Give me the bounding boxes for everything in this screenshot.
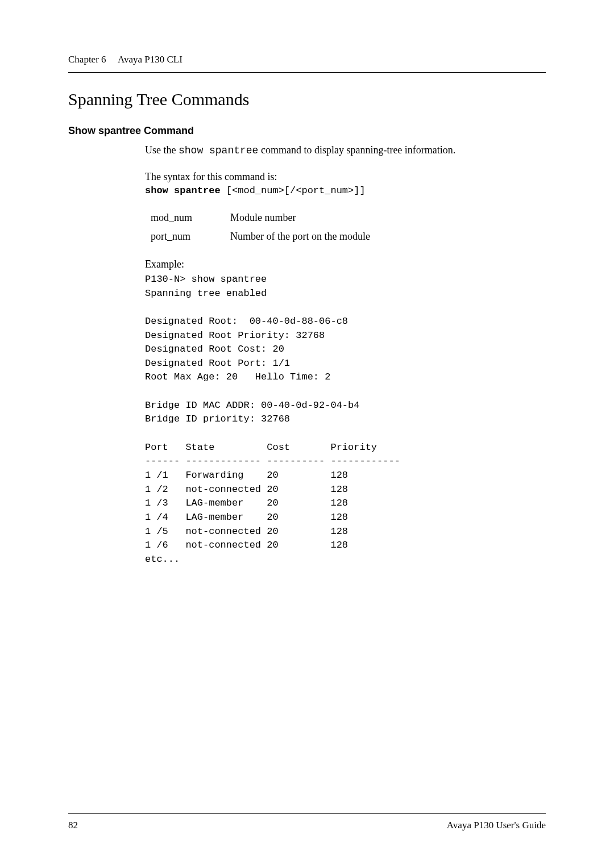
footer-content: 82 Avaya P130 User's Guide — [68, 820, 546, 831]
footer: 82 Avaya P130 User's Guide — [68, 813, 546, 831]
chapter-title: Avaya P130 CLI — [118, 54, 182, 65]
param-desc: Module number — [230, 208, 370, 227]
command-description: Use the show spantree command to display… — [145, 143, 546, 158]
syntax-args: [<mod_num>[/<port_num>]] — [221, 185, 366, 196]
header-rule — [68, 72, 546, 73]
desc-code: show spantree — [179, 145, 258, 156]
syntax-bold: show spantree — [145, 185, 221, 196]
syntax-label: The syntax for this command is: — [145, 171, 546, 183]
section-title: Spanning Tree Commands — [68, 90, 546, 109]
chapter-header: Chapter 6 Avaya P130 CLI — [68, 54, 546, 65]
chapter-number: Chapter 6 — [68, 54, 106, 65]
syntax-line: show spantree [<mod_num>[/<port_num>]] — [145, 185, 546, 196]
param-row: mod_num Module number — [145, 208, 370, 227]
param-desc: Number of the port on the module — [230, 227, 370, 246]
param-table: mod_num Module number port_num Number of… — [145, 208, 370, 246]
command-heading: Show spantree Command — [68, 125, 546, 137]
param-row: port_num Number of the port on the modul… — [145, 227, 370, 246]
desc-prefix: Use the — [145, 144, 179, 156]
guide-name: Avaya P130 User's Guide — [447, 820, 546, 831]
param-name: port_num — [145, 227, 230, 246]
example-code: P130-N> show spantree Spanning tree enab… — [145, 273, 546, 566]
page-number: 82 — [68, 820, 78, 831]
desc-suffix: command to display spanning-tree informa… — [258, 144, 455, 156]
footer-rule — [68, 813, 546, 814]
param-name: mod_num — [145, 208, 230, 227]
example-label: Example: — [145, 258, 546, 270]
content-block: Use the show spantree command to display… — [145, 143, 546, 566]
